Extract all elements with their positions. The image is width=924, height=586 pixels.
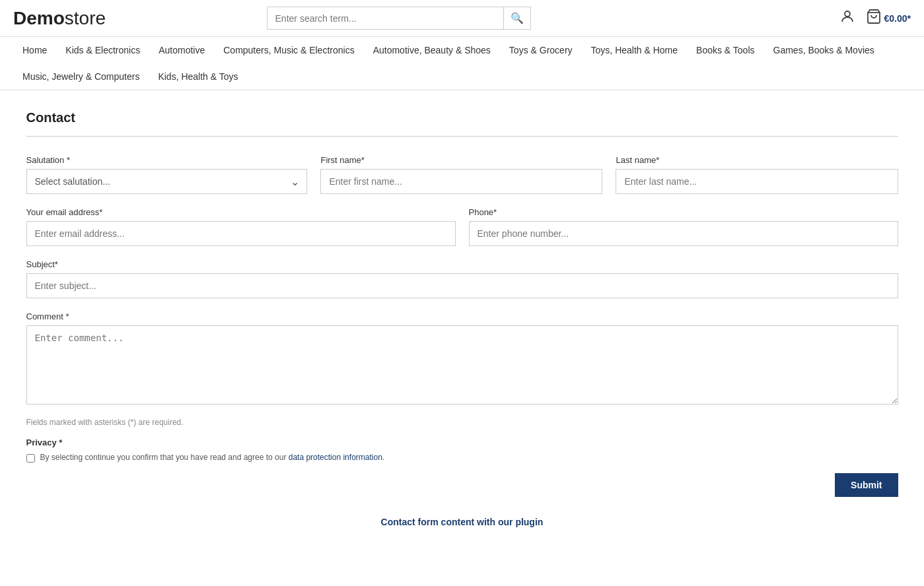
search-button[interactable]: 🔍 [503, 7, 530, 29]
comment-label: Comment * [26, 311, 898, 321]
comment-row: Comment * [26, 311, 898, 405]
nav-item-games-books[interactable]: Games, Books & Movies [764, 37, 884, 63]
last-name-input[interactable] [616, 169, 898, 194]
first-name-input[interactable] [320, 169, 602, 194]
privacy-label: Privacy * [26, 438, 898, 447]
email-phone-row: Your email address* Phone* [26, 207, 898, 246]
first-name-group: First name* [320, 155, 602, 194]
fields-note: Fields marked with asterisks (*) are req… [26, 418, 898, 427]
email-label: Your email address* [26, 207, 456, 217]
first-name-label: First name* [320, 155, 602, 165]
subject-input[interactable] [26, 273, 898, 298]
cart-wrapper[interactable]: €0.00* [866, 9, 911, 28]
plugin-link-section: Contact form content with our plugin [26, 517, 898, 527]
last-name-label: Last name* [616, 155, 898, 165]
email-input[interactable] [26, 221, 456, 246]
nav-item-books-tools[interactable]: Books & Tools [687, 37, 764, 63]
user-icon [839, 9, 855, 24]
privacy-link[interactable]: data protection information [289, 453, 382, 462]
comment-group: Comment * [26, 311, 898, 405]
phone-label: Phone* [469, 207, 898, 217]
nav-item-automotive-beauty[interactable]: Automotive, Beauty & Shoes [364, 37, 500, 63]
salutation-select-wrapper: Select salutation... Mr. Ms. Dr. Prof. [26, 169, 308, 194]
nav-item-kids-health[interactable]: Kids, Health & Toys [149, 63, 247, 90]
account-icon-button[interactable] [839, 9, 855, 28]
last-name-group: Last name* [616, 155, 898, 194]
comment-textarea[interactable] [26, 325, 898, 405]
header: Demostore 🔍 €0.00* [0, 0, 924, 37]
nav-item-automotive[interactable]: Automotive [149, 37, 214, 63]
plugin-link[interactable]: Contact form content with our plugin [381, 517, 544, 527]
phone-input[interactable] [469, 221, 898, 246]
nav-item-toys-health[interactable]: Toys, Health & Home [582, 37, 688, 63]
nav-row-1: Home Kids & Electronics Automotive Compu… [0, 37, 924, 90]
email-group: Your email address* [26, 207, 456, 246]
logo[interactable]: Demostore [13, 8, 106, 29]
nav-item-music-jewelry[interactable]: Music, Jewelry & Computers [13, 63, 149, 90]
logo-bold: Demo [13, 8, 65, 28]
privacy-checkbox[interactable] [26, 454, 35, 463]
nav-item-computers-music[interactable]: Computers, Music & Electronics [214, 37, 363, 63]
main-content: Contact Salutation * Select salutation..… [13, 90, 911, 554]
submit-row: Submit [26, 473, 898, 497]
svg-point-0 [845, 11, 850, 16]
search-wrapper: 🔍 [267, 7, 531, 30]
subject-label: Subject* [26, 259, 898, 269]
privacy-checkbox-row: By selecting continue you confirm that y… [26, 453, 898, 463]
header-icons: €0.00* [839, 9, 911, 28]
submit-button[interactable]: Submit [835, 473, 898, 497]
cart-price: €0.00* [884, 13, 911, 24]
subject-group: Subject* [26, 259, 898, 298]
subject-row: Subject* [26, 259, 898, 298]
name-row: Salutation * Select salutation... Mr. Ms… [26, 155, 898, 194]
privacy-text: By selecting continue you confirm that y… [40, 453, 385, 462]
nav-item-kids-electronics[interactable]: Kids & Electronics [56, 37, 149, 63]
nav-item-toys-grocery[interactable]: Toys & Grocery [500, 37, 582, 63]
privacy-section: Privacy * By selecting continue you conf… [26, 438, 898, 463]
cart-icon [866, 9, 882, 24]
logo-light: store [65, 8, 106, 28]
page-title: Contact [26, 110, 898, 137]
cart-icon-button[interactable] [866, 9, 882, 28]
salutation-select[interactable]: Select salutation... Mr. Ms. Dr. Prof. [26, 169, 308, 194]
salutation-label: Salutation * [26, 155, 308, 165]
salutation-group: Salutation * Select salutation... Mr. Ms… [26, 155, 308, 194]
nav-item-home[interactable]: Home [13, 37, 56, 63]
phone-group: Phone* [469, 207, 898, 246]
search-input[interactable] [267, 8, 503, 29]
